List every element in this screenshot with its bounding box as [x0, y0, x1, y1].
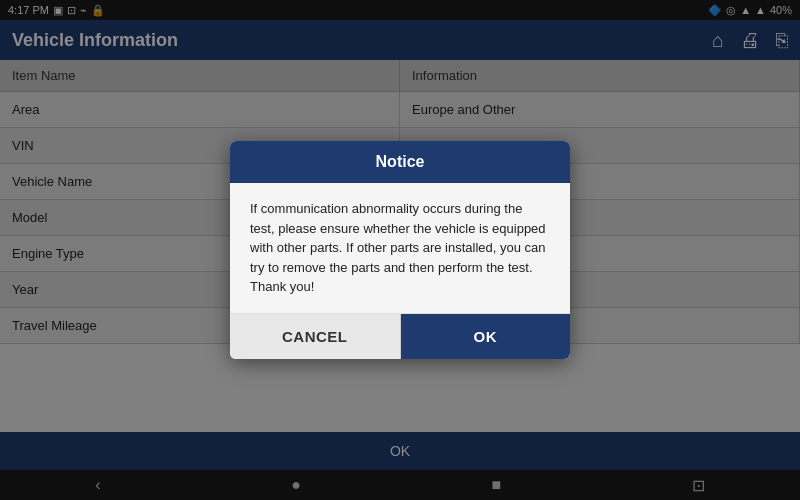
modal-overlay: Notice If communication abnormality occu… — [0, 0, 800, 500]
notice-modal: Notice If communication abnormality occu… — [230, 141, 570, 359]
ok-button[interactable]: OK — [401, 314, 571, 359]
cancel-button[interactable]: CANCEL — [230, 314, 401, 359]
modal-message: If communication abnormality occurs duri… — [230, 183, 570, 313]
modal-title: Notice — [230, 141, 570, 183]
modal-footer: CANCEL OK — [230, 313, 570, 359]
